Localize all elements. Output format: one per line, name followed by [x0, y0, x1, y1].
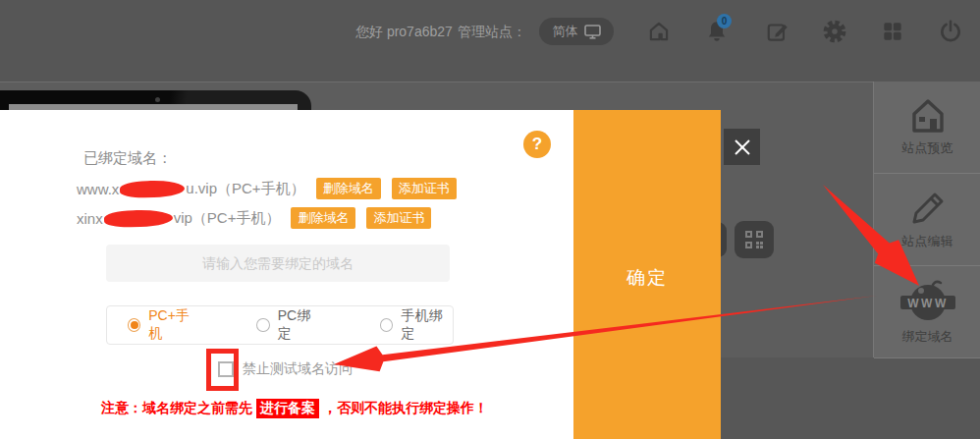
domain-text-prefix: xinx: [77, 210, 103, 227]
sidebar-item-label: 绑定域名: [902, 328, 953, 346]
radio-mobile-bind[interactable]: 手机绑定: [380, 307, 453, 343]
domain-text-suffix: u.vip（PC+手机）: [186, 180, 304, 198]
radio-label: 手机绑定: [401, 307, 453, 343]
dimmed-backdrop: [721, 357, 980, 439]
redaction-scribble: [120, 180, 185, 198]
note-suffix: ，否则不能执行绑定操作！: [323, 400, 488, 417]
radio-selected-icon: [128, 318, 140, 332]
qr-code-button[interactable]: [735, 221, 774, 258]
delete-domain-button[interactable]: 删除域名: [291, 207, 355, 229]
pencil-icon: [908, 189, 948, 228]
help-icon[interactable]: ?: [523, 131, 551, 158]
note-prefix: 注意：域名绑定之前需先: [101, 400, 252, 417]
bind-type-group: PC+手机 PC绑定 手机绑定: [106, 305, 454, 345]
topbar: 您好 pro7a6b27 管理站点： 简体 0: [0, 0, 980, 82]
close-button[interactable]: [724, 129, 760, 165]
filing-note: 注意：域名绑定之前需先 进行备案 ，否则不能执行绑定操作！: [101, 399, 488, 418]
radio-label: PC+手机: [148, 307, 199, 343]
radio-pc-bind[interactable]: PC绑定: [256, 307, 321, 343]
monitor-icon: [584, 25, 601, 39]
radio-label: PC绑定: [278, 307, 321, 343]
domain-text-prefix: www.x: [77, 181, 119, 197]
home-icon[interactable]: [646, 19, 672, 44]
bind-domain-dialog: 已绑定域名： ? www.xu.vip（PC+手机） 删除域名 添加证书 xin…: [0, 110, 573, 439]
confirm-button[interactable]: 确定: [573, 110, 721, 439]
svg-text:WWW: WWW: [907, 297, 948, 310]
edit-icon[interactable]: [765, 19, 790, 44]
house-icon: [908, 97, 948, 135]
radio-unselected-icon: [380, 318, 393, 332]
sidebar-item-bind-domain[interactable]: WWW 绑定域名: [874, 266, 980, 358]
filing-link-badge[interactable]: 进行备案: [256, 399, 319, 418]
forbid-test-domain-checkbox[interactable]: [218, 361, 234, 377]
add-certificate-button[interactable]: 添加证书: [366, 207, 431, 229]
sidebar: 站点预览 站点编辑 WWW 绑定域名: [873, 82, 980, 357]
bound-domain-row: xinxvip（PC+手机） 删除域名 添加证书: [77, 207, 431, 229]
add-certificate-button[interactable]: 添加证书: [392, 178, 457, 199]
tablet-camera-dot: [155, 97, 160, 102]
bound-domain-row: www.xu.vip（PC+手机） 删除域名 添加证书: [77, 178, 457, 199]
confirm-label: 确定: [626, 265, 668, 439]
sidebar-item-site-edit[interactable]: 站点编辑: [874, 174, 980, 266]
language-button[interactable]: 简体: [539, 18, 614, 45]
delete-domain-button[interactable]: 删除域名: [316, 178, 381, 199]
gear-icon[interactable]: [822, 19, 847, 44]
apps-grid-icon[interactable]: [880, 19, 905, 44]
language-label: 简体: [553, 23, 578, 40]
power-icon[interactable]: [938, 19, 963, 44]
radio-pc-and-mobile[interactable]: PC+手机: [128, 307, 199, 343]
sidebar-item-site-preview[interactable]: 站点预览: [874, 82, 980, 174]
qr-code-icon: [743, 229, 765, 250]
radio-unselected-icon: [256, 318, 269, 332]
forbid-test-domain-label: 禁止测试域名访问: [243, 360, 353, 378]
notification-badge: 0: [717, 14, 732, 28]
user-greeting: 您好 pro7a6b27: [355, 24, 453, 41]
bound-domains-label: 已绑定域名：: [83, 149, 172, 168]
sidebar-item-label: 站点预览: [902, 139, 953, 157]
close-icon: [732, 137, 753, 158]
www-globe-icon: WWW: [899, 278, 956, 323]
sidebar-item-label: 站点编辑: [902, 233, 953, 250]
bell-icon[interactable]: 0: [704, 19, 730, 44]
redaction-scribble: [103, 209, 172, 228]
manage-site-label: 管理站点：: [458, 24, 526, 41]
domain-input[interactable]: [106, 245, 450, 282]
forbid-test-domain-row: 禁止测试域名访问: [218, 360, 353, 378]
app-canvas: 您好 pro7a6b27 管理站点： 简体 0: [0, 0, 980, 439]
domain-text-suffix: vip（PC+手机）: [174, 209, 281, 228]
